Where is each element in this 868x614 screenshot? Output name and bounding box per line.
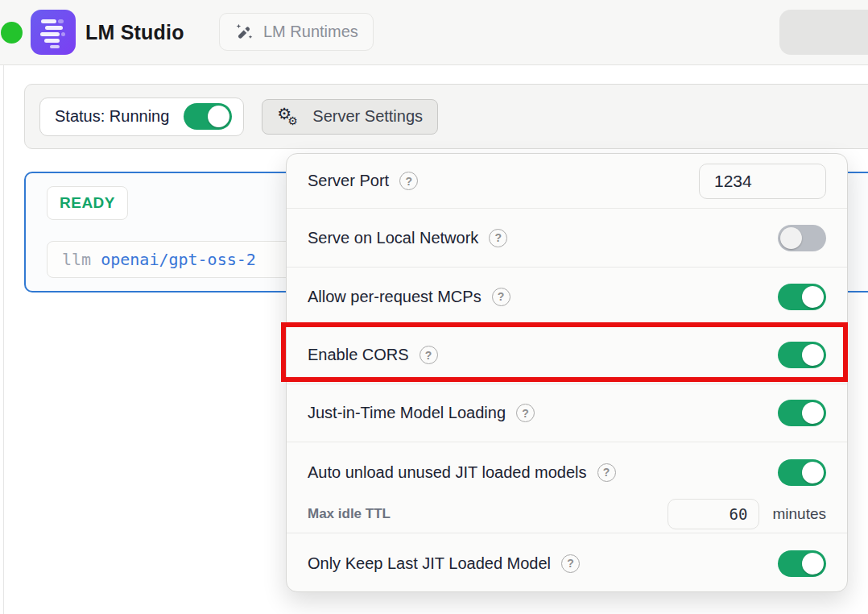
setting-label: Enable CORS <box>308 346 409 364</box>
server-toolbar: Status: Running ⚙ ⚙ Server Settings <box>24 84 868 149</box>
command-prefix: llm <box>62 250 91 269</box>
local-network-toggle[interactable] <box>778 225 826 251</box>
keep-last-jit-toggle[interactable] <box>778 550 826 577</box>
settings-row-auto-unload: Auto unload unused JIT loaded models ? M… <box>287 442 847 533</box>
server-status-label: Status: Running <box>55 107 169 126</box>
toggle-knob <box>802 286 824 308</box>
setting-label: Just-in-Time Model Loading <box>308 404 506 422</box>
server-settings-button[interactable]: ⚙ ⚙ Server Settings <box>262 99 438 135</box>
toggle-knob <box>802 462 824 483</box>
toggle-knob <box>802 553 824 575</box>
setting-label: Server Port <box>308 172 389 190</box>
settings-row-local-network: Serve on Local Network ? <box>287 208 847 267</box>
per-request-mcps-toggle[interactable] <box>778 284 826 310</box>
server-port-input[interactable] <box>699 164 826 199</box>
max-idle-ttl-input[interactable] <box>668 499 759 529</box>
jit-loading-toggle[interactable] <box>778 400 826 426</box>
setting-label: Allow per-request MCPs <box>308 288 482 306</box>
toggle-knob <box>208 106 229 127</box>
help-icon[interactable]: ? <box>492 288 510 306</box>
lm-studio-logo-icon <box>31 10 76 55</box>
settings-row-keep-last-jit: Only Keep Last JIT Loaded Model ? <box>287 533 847 592</box>
server-status-box: Status: Running <box>39 97 244 136</box>
help-icon[interactable]: ? <box>597 463 616 482</box>
double-gear-icon: ⚙ ⚙ <box>277 105 303 129</box>
app-title: LM Studio <box>85 0 184 64</box>
enable-cors-toggle[interactable] <box>778 342 826 368</box>
toggle-knob <box>780 227 802 249</box>
auto-unload-toggle[interactable] <box>778 459 826 486</box>
settings-row-jit-loading: Just-in-Time Model Loading ? <box>287 384 847 442</box>
help-icon[interactable]: ? <box>399 172 418 190</box>
setting-label: Only Keep Last JIT Loaded Model <box>308 554 551 573</box>
toggle-knob <box>802 402 824 424</box>
model-identifier-link[interactable]: openai/gpt-oss-2 <box>101 250 256 269</box>
setting-label: Auto unload unused JIT loaded models <box>308 463 587 482</box>
help-icon[interactable]: ? <box>489 229 507 247</box>
ttl-unit-label: minutes <box>772 505 826 523</box>
toggle-knob <box>802 344 824 366</box>
server-settings-label: Server Settings <box>312 107 423 126</box>
settings-row-enable-cors: Enable CORS ? <box>287 326 847 384</box>
setting-label: Serve on Local Network <box>308 229 478 247</box>
ready-status-badge: READY <box>47 186 128 220</box>
window-left-edge-divider <box>3 65 4 614</box>
lm-runtimes-label: LM Runtimes <box>263 23 358 41</box>
topbar-right-control[interactable] <box>779 10 868 55</box>
lm-runtimes-button[interactable]: LM Runtimes <box>219 13 374 51</box>
help-icon[interactable]: ? <box>420 346 438 364</box>
settings-row-per-request-mcps: Allow per-request MCPs ? <box>287 267 847 326</box>
magic-wand-icon <box>234 22 254 42</box>
settings-row-server-port: Server Port ? <box>287 154 847 208</box>
window-traffic-light-green[interactable] <box>1 22 23 44</box>
max-idle-ttl-label: Max idle TTL <box>308 506 391 522</box>
help-icon[interactable]: ? <box>561 554 580 573</box>
help-icon[interactable]: ? <box>516 404 535 422</box>
server-status-toggle[interactable] <box>184 103 232 130</box>
server-settings-popover: Server Port ? Serve on Local Network ? A… <box>286 153 848 592</box>
topbar: LM Studio LM Runtimes <box>0 0 868 65</box>
